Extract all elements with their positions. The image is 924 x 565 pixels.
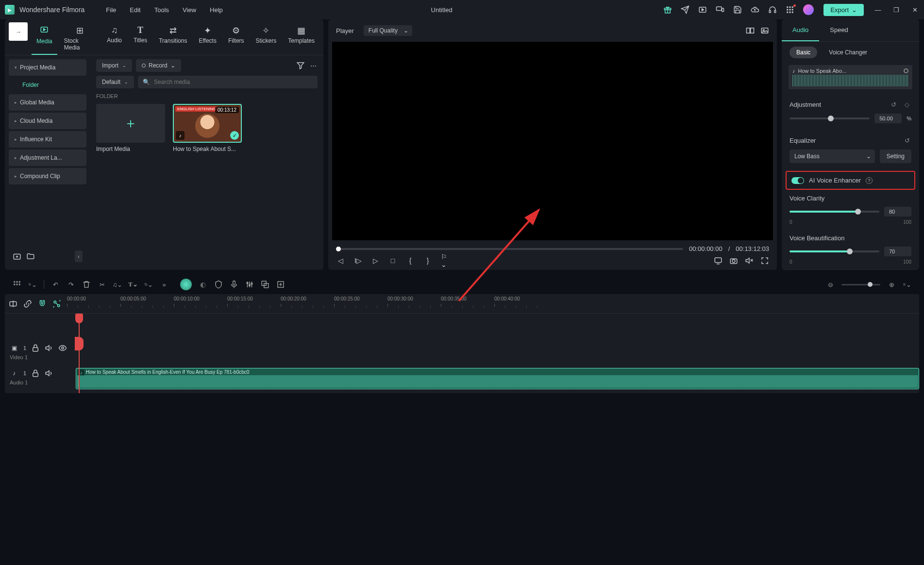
new-bin-icon[interactable] <box>13 252 21 261</box>
menu-view[interactable]: View <box>176 6 203 14</box>
voice-clarity-value[interactable]: 80 <box>884 207 911 216</box>
tab-media[interactable]: Media <box>32 22 57 55</box>
video-lane[interactable] <box>75 342 919 365</box>
timeline-magnet-icon[interactable] <box>38 299 47 308</box>
media-clip-card[interactable]: ENGLISH LISTENING 00:13:12 ♪ ✓ How to Sp… <box>173 104 242 152</box>
go-button[interactable]: → <box>9 22 28 41</box>
tab-filters[interactable]: ⚙Filters <box>223 22 249 55</box>
video-preview[interactable] <box>332 42 773 240</box>
more-icon[interactable]: ⋯ <box>309 61 318 70</box>
timeline-ruler[interactable]: 00:00:0000:00:05:0000:00:10:0000:00:15:0… <box>67 294 915 314</box>
adjustment-value[interactable]: 50.00 <box>874 114 902 123</box>
export-button[interactable]: Export ⌄ <box>823 4 864 16</box>
lock-icon[interactable] <box>31 344 40 352</box>
mute-icon[interactable] <box>745 256 754 265</box>
cloud-icon[interactable] <box>751 5 759 14</box>
adjustment-slider[interactable] <box>790 117 870 119</box>
search-input[interactable]: 🔍 <box>138 76 318 88</box>
menu-edit[interactable]: Edit <box>123 6 147 14</box>
step-back-icon[interactable]: Ⅰ▷ <box>353 256 362 265</box>
sidebar-item-folder[interactable]: Folder <box>9 78 86 92</box>
tab-effects[interactable]: ✦Effects <box>194 22 221 55</box>
import-dropdown[interactable]: Import⌄ <box>96 59 132 72</box>
snapshot-settings-icon[interactable] <box>760 26 769 35</box>
voice-beaut-value[interactable]: 70 <box>884 247 911 256</box>
headset-icon[interactable] <box>768 5 777 14</box>
tab-transitions[interactable]: ⇄Transitions <box>154 22 192 55</box>
timeline-link2-icon[interactable] <box>23 299 32 308</box>
player-progress[interactable] <box>336 248 683 250</box>
devices-icon[interactable] <box>716 5 724 14</box>
timeline-link-icon[interactable] <box>9 299 17 308</box>
minimize-icon[interactable]: — <box>874 5 882 14</box>
redo-icon[interactable]: ↷ <box>67 280 75 289</box>
info-icon[interactable]: ? <box>866 177 873 184</box>
tab-speed-props[interactable]: Speed <box>819 19 859 41</box>
track-view-icon[interactable]: ⌄ <box>903 280 911 289</box>
keyframe-icon[interactable]: ◇ <box>903 100 911 109</box>
reset-icon[interactable]: ↺ <box>889 100 898 109</box>
filter-icon[interactable] <box>296 61 305 70</box>
media-icon[interactable] <box>698 5 707 14</box>
avatar[interactable] <box>803 4 814 15</box>
stop-icon[interactable]: □ <box>388 256 397 265</box>
mixer-icon[interactable] <box>245 280 254 289</box>
ai-orb-icon[interactable] <box>180 279 192 290</box>
zoom-out-icon[interactable]: ⊖ <box>826 280 835 289</box>
maximize-icon[interactable]: ❐ <box>892 5 901 14</box>
crop-icon[interactable]: ⌄ <box>144 280 153 289</box>
timeline-autocut-icon[interactable] <box>52 299 61 308</box>
save-icon[interactable] <box>733 5 742 14</box>
mic-icon[interactable] <box>230 280 238 289</box>
audio-lane[interactable]: ♪ How to Speak About Smells in English-E… <box>75 367 919 390</box>
text-tool-icon[interactable]: T⌄ <box>129 280 137 289</box>
send-icon[interactable] <box>681 5 689 14</box>
reset-eq-icon[interactable]: ↺ <box>903 136 911 145</box>
menu-help[interactable]: Help <box>203 6 230 14</box>
grid-icon[interactable] <box>13 280 21 289</box>
sidebar-item-influence-kit[interactable]: ▸Influence Kit <box>9 131 86 148</box>
camera-icon[interactable] <box>729 256 738 265</box>
tab-stickers[interactable]: ✧Stickers <box>251 22 282 55</box>
mark-in-icon[interactable]: { <box>406 256 415 265</box>
fullscreen-icon[interactable] <box>760 256 769 265</box>
loop-icon[interactable] <box>904 68 908 73</box>
import-media-card[interactable]: ＋ Import Media <box>96 104 165 152</box>
compare-view-icon[interactable] <box>746 26 755 35</box>
music-tool-icon[interactable]: ♫⌄ <box>113 280 122 289</box>
sidebar-item-compound-clip[interactable]: ▸Compound Clip <box>9 168 86 184</box>
audio-lock-icon[interactable] <box>31 369 40 378</box>
delete-icon[interactable] <box>82 280 91 289</box>
more-tools-icon[interactable]: » <box>160 280 168 289</box>
gift-icon[interactable] <box>663 5 672 14</box>
mark-out-icon[interactable]: } <box>423 256 432 265</box>
menu-tools[interactable]: Tools <box>148 6 176 14</box>
tab-audio-props[interactable]: Audio <box>782 19 819 41</box>
zoom-slider[interactable] <box>841 284 880 285</box>
subtab-voice-changer[interactable]: Voice Changer <box>829 49 867 56</box>
eq-preset-select[interactable]: Low Bass <box>790 150 875 163</box>
sort-dropdown[interactable]: Default⌄ <box>96 76 134 88</box>
overlap-icon[interactable] <box>261 280 269 289</box>
subtab-basic[interactable]: Basic <box>790 47 817 58</box>
cut-icon[interactable]: ✂ <box>98 280 106 289</box>
playhead[interactable] <box>79 316 80 393</box>
tab-templates[interactable]: ▦Templates <box>283 22 319 55</box>
ai-enhancer-toggle[interactable] <box>791 177 804 184</box>
sidebar-item-cloud-media[interactable]: ▸Cloud Media <box>9 113 86 129</box>
marker-icon[interactable]: ⚐ ⌄ <box>441 256 450 265</box>
apps-icon[interactable] <box>786 5 794 14</box>
zoom-in-icon[interactable]: ⊕ <box>887 280 896 289</box>
voice-clarity-slider[interactable] <box>790 211 879 213</box>
collapse-sidebar-button[interactable]: ‹ <box>75 250 83 262</box>
tab-titles[interactable]: TTitles <box>129 22 152 55</box>
tab-audio[interactable]: ♫Audio <box>102 22 127 55</box>
eq-setting-button[interactable]: Setting <box>880 150 911 163</box>
sidebar-item-adjustment-layer[interactable]: ▸Adjustment La... <box>9 150 86 166</box>
sidebar-item-project-media[interactable]: ▾Project Media <box>9 59 86 76</box>
search-field[interactable] <box>154 79 313 85</box>
voice-beaut-slider[interactable] <box>790 250 879 252</box>
cursor-icon[interactable]: ⌄ <box>28 280 37 289</box>
play-icon[interactable]: ▷ <box>371 256 380 265</box>
quality-dropdown[interactable]: Full Quality <box>364 25 412 36</box>
